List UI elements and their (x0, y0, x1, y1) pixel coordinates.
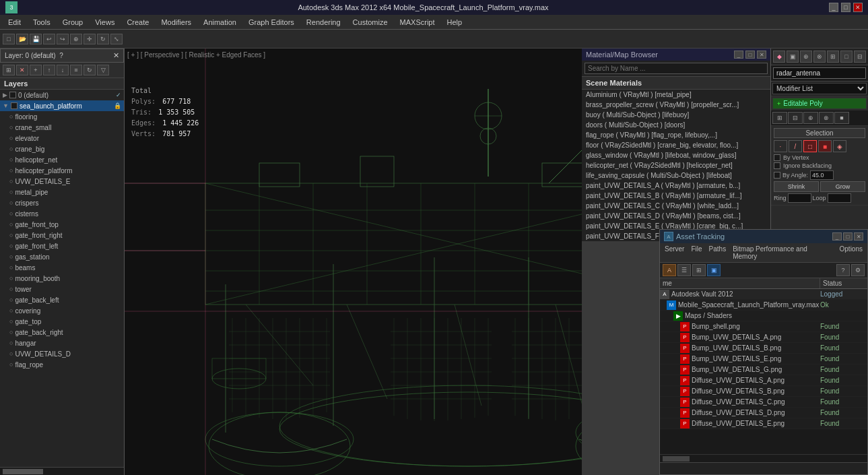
mat-browser-close[interactable]: ✕ (757, 51, 766, 59)
layer-visibility[interactable] (9, 92, 16, 98)
shrink-button[interactable]: Shrink (774, 181, 819, 192)
mod-sub-2[interactable]: ⊟ (788, 112, 803, 124)
minimize-button[interactable]: _ (829, 3, 838, 12)
mod-btn-7[interactable]: ⊟ (854, 51, 866, 63)
asset-close[interactable]: ✕ (854, 232, 863, 241)
asset-row-8[interactable]: P Diffuse_UVW_DETAILS_A.png Found (660, 375, 867, 386)
asset-menu-server[interactable]: Server (663, 245, 686, 261)
toolbar-move[interactable]: ✛ (84, 34, 96, 44)
layer-item-helicopter-net[interactable]: ○ helicopter_net (0, 154, 124, 165)
mod-btn-5[interactable]: ⊞ (827, 51, 839, 63)
layer-item-crispers[interactable]: ○ crispers (0, 197, 124, 208)
material-item-9[interactable]: paint_UVW_DETAILS_A ( VRayMtl ) [armatur… (582, 181, 770, 191)
menu-help[interactable]: Help (442, 17, 468, 28)
active-modifier[interactable]: + Editable Poly (773, 98, 866, 108)
asset-row-9[interactable]: P Diffuse_UVW_DETAILS_B.png Found (660, 386, 867, 397)
mod-sub-5[interactable]: ■ (834, 112, 849, 124)
mat-browser-minimize[interactable]: _ (734, 51, 743, 59)
layer-item-sea-launch[interactable]: ▼ sea_launch_platform 🔒 (0, 100, 124, 111)
toolbar-new[interactable]: □ (3, 34, 15, 44)
layers-tool-delete[interactable]: ✕ (16, 65, 28, 75)
menu-edit[interactable]: Edit (3, 17, 26, 28)
menu-rendering[interactable]: Rendering (301, 17, 346, 28)
asset-btn-1[interactable]: A (663, 264, 676, 276)
asset-minimize[interactable]: _ (832, 232, 842, 241)
layers-tool-move-up[interactable]: ↑ (43, 65, 55, 75)
layers-tool-1[interactable]: ⊞ (3, 65, 15, 75)
layer-item-gate-front-top[interactable]: ○ gate_front_top (0, 219, 124, 230)
material-item-0[interactable]: Aluminium ( VRayMtl ) [metal_pipe] (582, 90, 770, 100)
mod-sub-1[interactable]: ⊞ (772, 112, 787, 124)
layers-tool-move-down[interactable]: ↓ (57, 65, 69, 75)
mod-btn-6[interactable]: □ (840, 51, 853, 63)
layer-item-default[interactable]: ▶ 0 (default) ✓ (0, 90, 124, 100)
asset-menu-paths[interactable]: Paths (707, 245, 729, 261)
menu-maxscript[interactable]: MAXScript (395, 17, 440, 28)
toolbar-select[interactable]: ⊕ (70, 34, 82, 44)
layer-item-uvw-d[interactable]: ○ UVW_DETAILS_D (0, 348, 124, 359)
material-item-3[interactable]: doors ( Multi/Sub-Object ) [doors] (582, 120, 770, 130)
asset-btn-help[interactable]: ? (836, 264, 850, 276)
layer-item-gate-front-right[interactable]: ○ gate_front_right (0, 230, 124, 241)
sel-poly-icon[interactable]: ■ (818, 140, 832, 152)
object-name-input[interactable] (773, 67, 866, 79)
mod-btn-2[interactable]: ▣ (787, 51, 799, 63)
toolbar-scale[interactable]: ⤡ (110, 34, 123, 44)
loop-input[interactable] (828, 193, 851, 203)
toolbar-save[interactable]: 💾 (30, 34, 42, 44)
menu-create[interactable]: Create (121, 17, 154, 28)
sel-edge-icon[interactable]: / (789, 140, 802, 152)
mod-btn-3[interactable]: ⊕ (800, 51, 812, 63)
angle-input[interactable] (810, 170, 834, 180)
material-item-6[interactable]: glass_window ( VRayMtl ) [lifeboat, wind… (582, 150, 770, 160)
ring-input[interactable] (788, 193, 811, 203)
scrollbar-thumb[interactable] (3, 469, 43, 474)
layer-item-gas-station[interactable]: ○ gas_station (0, 251, 124, 262)
sel-border-icon[interactable]: □ (803, 140, 817, 152)
asset-row-4[interactable]: P Bump_UVW_DETAILS_A.png Found (660, 332, 867, 343)
layer-item-helicopter-platform[interactable]: ○ helicopter_platform (0, 165, 124, 176)
toolbar-open[interactable]: 📂 (16, 34, 28, 44)
asset-row-7[interactable]: P Bump_UVW_DETAILS_G.png Found (660, 365, 867, 375)
layers-tool-add[interactable]: + (30, 65, 42, 75)
asset-menu-options[interactable]: Options (838, 245, 865, 261)
material-item-2[interactable]: buoy ( Multi/Sub-Object ) [lifebuoy] (582, 110, 770, 120)
material-item-1[interactable]: brass_propeller_screw ( VRayMtl ) [prope… (582, 100, 770, 110)
layer-item-crane-small[interactable]: ○ crane_small (0, 122, 124, 133)
layers-scrollbar-h[interactable] (0, 467, 124, 475)
layers-tool-select[interactable]: ≡ (70, 65, 82, 75)
asset-row-10[interactable]: P Diffuse_UVW_DETAILS_C.png Found (660, 397, 867, 408)
asset-row-maps[interactable]: ▶ Maps / Shaders (660, 311, 867, 321)
sel-vertex-icon[interactable]: · (774, 140, 787, 152)
mod-btn-1[interactable]: ◆ (773, 51, 785, 63)
menu-graph-editors[interactable]: Graph Editors (243, 17, 300, 28)
asset-row-6[interactable]: P Bump_UVW_DETAILS_E.png Found (660, 354, 867, 365)
maximize-button[interactable]: □ (841, 3, 850, 12)
asset-btn-settings[interactable]: ⚙ (851, 264, 865, 276)
close-button[interactable]: ✕ (853, 3, 863, 12)
toolbar-rotate[interactable]: ↻ (97, 34, 109, 44)
ignore-backfacing-checkbox[interactable] (774, 162, 780, 169)
asset-maximize[interactable]: □ (843, 232, 853, 241)
menu-tools[interactable]: Tools (28, 17, 56, 28)
layer-visibility[interactable] (11, 102, 18, 109)
menu-animation[interactable]: Animation (198, 17, 242, 28)
layer-item-tower[interactable]: ○ tower (0, 284, 124, 294)
layer-item-hangar[interactable]: ○ hangar (0, 338, 124, 348)
layer-item-flooring[interactable]: ○ flooring (0, 111, 124, 122)
asset-scrollbar-h[interactable] (660, 454, 867, 462)
menu-views[interactable]: Views (90, 17, 120, 28)
layer-item-gate-front-left[interactable]: ○ gate_front_left (0, 241, 124, 251)
asset-row-3[interactable]: P Bump_shell.png Found (660, 321, 867, 332)
window-controls[interactable]: _ □ ✕ (829, 3, 863, 12)
asset-row-5[interactable]: P Bump_UVW_DETAILS_B.png Found (660, 343, 867, 354)
mod-sub-4[interactable]: ⊗ (819, 112, 834, 124)
layer-item-metal-pipe[interactable]: ○ metal_pipe (0, 187, 124, 197)
layer-close-button[interactable]: ✕ (113, 51, 119, 60)
asset-menu-bitmap[interactable]: Bitmap Performance and Memory (731, 245, 834, 261)
menu-modifiers[interactable]: Modifiers (156, 17, 197, 28)
layers-tool-refresh[interactable]: ↻ (84, 65, 96, 75)
asset-row-vault[interactable]: A Autodesk Vault 2012 Logged (660, 289, 867, 300)
material-item-4[interactable]: flag_rope ( VRayMtl ) [flag_rope, lifebu… (582, 130, 770, 140)
layer-item-elevator[interactable]: ○ elevator (0, 133, 124, 144)
